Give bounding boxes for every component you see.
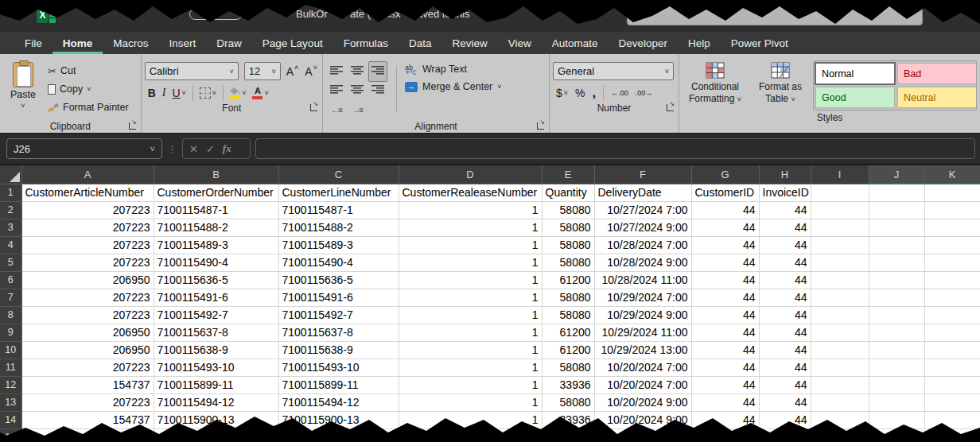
cell[interactable] xyxy=(924,359,980,376)
tab-home[interactable]: Home xyxy=(52,32,103,54)
cell[interactable]: 7100115899-11 xyxy=(278,376,399,394)
row-header-13[interactable]: 13 xyxy=(0,394,21,411)
alignment-dialog-launcher[interactable] xyxy=(537,122,544,130)
cell[interactable] xyxy=(811,289,869,306)
row-header-9[interactable]: 9 xyxy=(0,324,21,341)
row-header-15[interactable]: 15 xyxy=(0,428,21,442)
cell[interactable]: 44 xyxy=(691,236,759,254)
cell[interactable] xyxy=(811,324,869,341)
cell[interactable] xyxy=(924,306,980,324)
cell[interactable]: 44 xyxy=(759,394,811,411)
cell[interactable]: 44 xyxy=(691,201,759,219)
cell[interactable] xyxy=(154,428,278,442)
cell[interactable]: 10/20/2024 7:00 xyxy=(594,376,691,394)
cell[interactable]: 33936 xyxy=(542,376,594,394)
cell[interactable]: 154737 xyxy=(21,411,154,428)
style-good[interactable]: Good xyxy=(815,87,895,108)
cell[interactable]: 10/27/2024 7:00 xyxy=(594,201,691,219)
cell[interactable]: 58080 xyxy=(542,201,594,219)
cell[interactable]: 44 xyxy=(759,219,811,236)
cell[interactable] xyxy=(869,219,924,236)
cell[interactable] xyxy=(924,341,980,359)
cell[interactable] xyxy=(811,201,869,219)
cell[interactable] xyxy=(924,411,980,428)
row-header-2[interactable]: 2 xyxy=(0,201,21,219)
cell[interactable]: 44 xyxy=(691,376,759,394)
cell[interactable]: 7100115491-6 xyxy=(278,289,399,306)
align-right-button[interactable] xyxy=(371,83,384,98)
cell[interactable] xyxy=(811,306,869,324)
cell[interactable]: CustomerLineNumber xyxy=(278,184,399,201)
fill-color-button[interactable]: ˅ xyxy=(230,87,246,99)
borders-button[interactable]: ˅ xyxy=(200,87,216,99)
cell[interactable]: 44 xyxy=(691,394,759,411)
cell[interactable]: 7100115492-7 xyxy=(278,306,399,324)
cell[interactable]: 7100115494-12 xyxy=(154,394,278,411)
cell[interactable]: 44 xyxy=(759,324,811,341)
font-dialog-launcher[interactable] xyxy=(310,104,317,111)
column-header-f[interactable]: F xyxy=(594,165,691,184)
cell[interactable]: 7100115487-1 xyxy=(154,201,278,219)
cell[interactable] xyxy=(869,306,924,324)
cell[interactable] xyxy=(924,289,980,306)
cell[interactable] xyxy=(811,359,869,376)
cell[interactable] xyxy=(811,394,869,411)
enter-icon[interactable]: ✓ xyxy=(206,143,215,155)
cell[interactable] xyxy=(924,184,980,201)
row-header-8[interactable]: 8 xyxy=(0,306,21,324)
cell[interactable]: 44 xyxy=(691,324,759,341)
cell[interactable] xyxy=(869,376,924,394)
align-middle-button[interactable] xyxy=(351,64,364,79)
style-bad[interactable]: Bad xyxy=(897,63,977,84)
row-header-6[interactable]: 6 xyxy=(0,271,21,289)
cell[interactable] xyxy=(542,428,594,442)
cell[interactable] xyxy=(811,428,869,442)
column-header-k[interactable]: K xyxy=(924,165,980,184)
cell[interactable] xyxy=(811,184,869,201)
column-header-c[interactable]: C xyxy=(278,165,399,184)
cell[interactable]: DeliveryDate xyxy=(594,184,691,201)
cell[interactable] xyxy=(759,428,811,442)
cancel-icon[interactable]: ✕ xyxy=(189,143,198,155)
cell[interactable]: 44 xyxy=(759,201,811,219)
format-as-table-button[interactable]: Format as Table ˅ xyxy=(752,60,808,111)
cell[interactable]: 7100115899-11 xyxy=(154,376,278,394)
cell[interactable]: InvoiceID xyxy=(759,184,811,201)
wrap-text-button[interactable]: ab↩c Wrap Text xyxy=(405,64,502,75)
conditional-formatting-button[interactable]: Conditional Formatting ˅ xyxy=(682,60,748,111)
cell[interactable]: 7100115637-8 xyxy=(278,324,399,341)
column-header-g[interactable]: G xyxy=(691,165,759,184)
cell[interactable] xyxy=(869,271,924,289)
cell[interactable]: 7100115493-10 xyxy=(278,359,399,376)
cell[interactable]: 10/28/2024 9:00 xyxy=(594,254,691,271)
column-header-i[interactable]: I xyxy=(811,165,869,184)
shrink-font-button[interactable]: A˅ xyxy=(305,65,318,78)
column-header-b[interactable]: B xyxy=(154,165,278,184)
cell[interactable]: 1 xyxy=(399,324,542,341)
cell[interactable] xyxy=(924,376,980,394)
cell[interactable]: 206950 xyxy=(21,341,154,359)
cell[interactable]: 44 xyxy=(691,271,759,289)
cell[interactable] xyxy=(869,428,924,442)
cell[interactable]: 1 xyxy=(399,359,542,376)
cell[interactable]: 7100115494-12 xyxy=(278,394,399,411)
cell[interactable]: 10/20/2024 9:00 xyxy=(594,394,691,411)
cell[interactable]: 7100115638-9 xyxy=(278,341,399,359)
row-header-3[interactable]: 3 xyxy=(0,219,21,236)
column-header-e[interactable]: E xyxy=(542,165,594,184)
cell[interactable]: 7100115636-5 xyxy=(154,271,278,289)
font-size-select[interactable]: 12 ˅ xyxy=(244,62,281,80)
cell[interactable]: 10/29/2024 7:00 xyxy=(594,289,691,306)
cell[interactable]: 7100115492-7 xyxy=(154,306,278,324)
cell[interactable]: 44 xyxy=(691,219,759,236)
cell[interactable]: 207223 xyxy=(21,254,154,271)
cell[interactable] xyxy=(869,394,924,411)
row-header-12[interactable]: 12 xyxy=(0,376,21,394)
cut-button[interactable]: ✂ Cut xyxy=(48,64,129,78)
cell[interactable]: 7100115489-3 xyxy=(278,236,399,254)
decrease-decimal-button[interactable]: .00→ xyxy=(636,89,653,97)
increase-decimal-button[interactable]: ←.00 xyxy=(611,89,628,97)
cell[interactable] xyxy=(924,219,980,236)
tab-insert[interactable]: Insert xyxy=(159,32,207,54)
italic-button[interactable]: I xyxy=(162,87,166,99)
